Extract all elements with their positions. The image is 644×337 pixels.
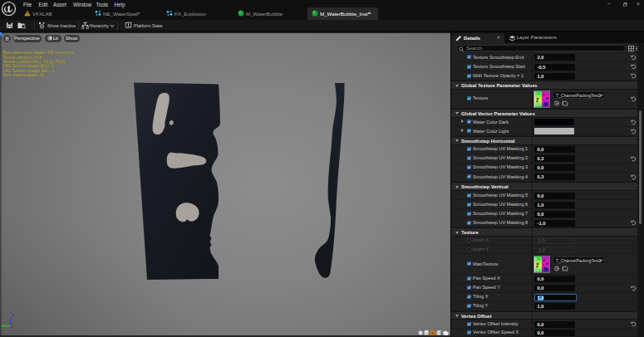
svg-text:z: z bbox=[12, 312, 14, 317]
